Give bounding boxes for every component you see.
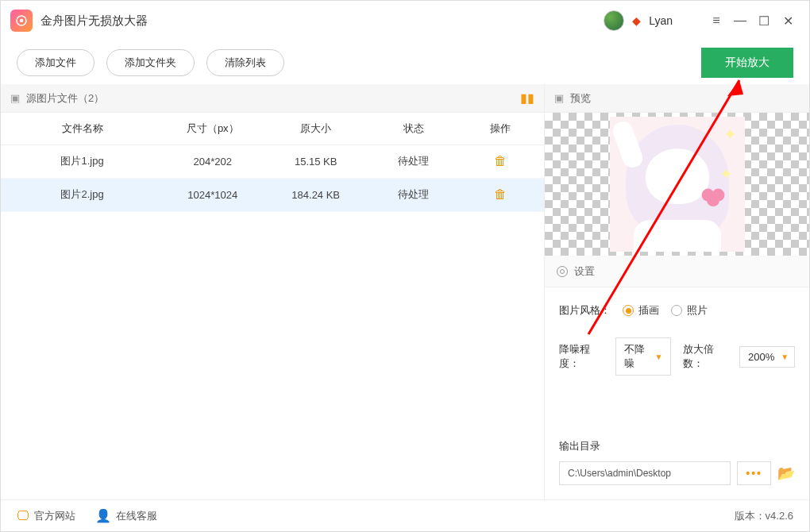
menu-button[interactable]: ≡ (704, 9, 728, 33)
style-label: 图片风格： (559, 303, 611, 318)
col-name: 文件名称 (1, 113, 164, 145)
preview-area: ✦ ✦ (545, 113, 809, 256)
maximize-button[interactable]: ☐ (752, 9, 776, 33)
online-support-link[interactable]: 👤 在线客服 (95, 508, 157, 523)
settings-label: 设置 (574, 264, 595, 279)
titlebar: 金舟图片无损放大器 ◆ Lyan ≡ — ☐ ✕ (1, 1, 809, 40)
col-action: 操作 (457, 113, 544, 145)
settings-header: 设置 (545, 256, 809, 287)
support-icon: 👤 (95, 508, 111, 523)
vip-diamond-icon: ◆ (632, 14, 641, 27)
version-label: 版本：v4.2.6 (735, 509, 793, 523)
chevron-down-icon: ▼ (781, 353, 789, 361)
noise-label: 降噪程度： (559, 342, 604, 371)
preview-header: ▣ 预览 (545, 84, 809, 113)
browse-button[interactable]: ••• (737, 461, 771, 485)
cell-original-size: 15.15 KB (261, 145, 370, 178)
col-size: 尺寸（px） (164, 113, 261, 145)
gear-icon (557, 266, 568, 277)
scale-label: 放大倍数： (683, 342, 727, 371)
cell-name: 图片2.jpg (1, 178, 164, 211)
image-style-row: 图片风格： 插画 照片 (559, 303, 795, 318)
minimize-button[interactable]: — (728, 9, 752, 33)
add-file-button[interactable]: 添加文件 (17, 49, 94, 76)
source-files-header: ▣ 源图片文件（2） ▮▮ (1, 84, 544, 113)
official-site-link[interactable]: 🖵 官方网站 (17, 509, 75, 523)
delete-icon[interactable]: 🗑 (494, 154, 507, 168)
right-pane: ▣ 预览 ✦ ✦ 设置 图片风格： 插画 (545, 84, 809, 499)
file-table: 文件名称 尺寸（px） 原大小 状态 操作 图片1.jpg 204*202 15… (1, 113, 544, 212)
preview-label: 预览 (570, 91, 591, 106)
noise-scale-row: 降噪程度： 不降噪 ▼ 放大倍数： 200% ▼ (559, 337, 795, 376)
start-enlarge-button[interactable]: 开始放大 (701, 48, 793, 78)
radio-icon (623, 305, 634, 316)
close-button[interactable]: ✕ (776, 9, 800, 33)
style-illustration-radio[interactable]: 插画 (623, 303, 659, 318)
clear-list-button[interactable]: 清除列表 (206, 49, 284, 76)
output-dir-label: 输出目录 (559, 439, 795, 453)
app-title: 金舟图片无损放大器 (40, 13, 148, 29)
monitor-icon: 🖵 (17, 509, 29, 523)
user-avatar[interactable] (604, 10, 624, 31)
scale-select[interactable]: 200% ▼ (739, 346, 795, 368)
footer: 🖵 官方网站 👤 在线客服 版本：v4.2.6 (1, 499, 809, 531)
svg-point-1 (20, 19, 24, 23)
noise-select[interactable]: 不降噪 ▼ (615, 337, 672, 376)
col-status: 状态 (370, 113, 457, 145)
image-icon: ▣ (10, 92, 20, 104)
table-header-row: 文件名称 尺寸（px） 原大小 状态 操作 (1, 113, 544, 145)
cell-size: 204*202 (164, 145, 261, 178)
add-folder-button[interactable]: 添加文件夹 (106, 49, 195, 76)
preview-icon: ▣ (554, 92, 564, 104)
col-original-size: 原大小 (261, 113, 370, 145)
cell-status: 待处理 (370, 145, 457, 178)
open-folder-icon[interactable]: 📂 (777, 465, 795, 482)
preview-image: ✦ ✦ (610, 117, 745, 252)
file-list-pane: ▣ 源图片文件（2） ▮▮ 文件名称 尺寸（px） 原大小 状态 操作 图片1.… (1, 84, 545, 499)
username-label[interactable]: Lyan (649, 14, 673, 27)
radio-icon (671, 305, 682, 316)
toolbar: 添加文件 添加文件夹 清除列表 开始放大 (1, 40, 809, 84)
delete-icon[interactable]: 🗑 (494, 187, 507, 201)
cell-original-size: 184.24 KB (261, 178, 370, 211)
cell-status: 待处理 (370, 178, 457, 211)
cell-size: 1024*1024 (164, 178, 261, 211)
output-section: 输出目录 ••• 📂 (545, 439, 809, 499)
table-row[interactable]: 图片2.jpg 1024*1024 184.24 KB 待处理 🗑 (1, 178, 544, 211)
table-row[interactable]: 图片1.jpg 204*202 15.15 KB 待处理 🗑 (1, 145, 544, 178)
output-path-input[interactable] (559, 461, 731, 485)
source-files-label: 源图片文件（2） (26, 91, 104, 106)
cell-name: 图片1.jpg (1, 145, 164, 178)
view-toggle-icon[interactable]: ▮▮ (520, 91, 534, 106)
chevron-down-icon: ▼ (654, 353, 662, 361)
style-photo-radio[interactable]: 照片 (671, 303, 708, 318)
app-logo-icon (10, 10, 33, 32)
